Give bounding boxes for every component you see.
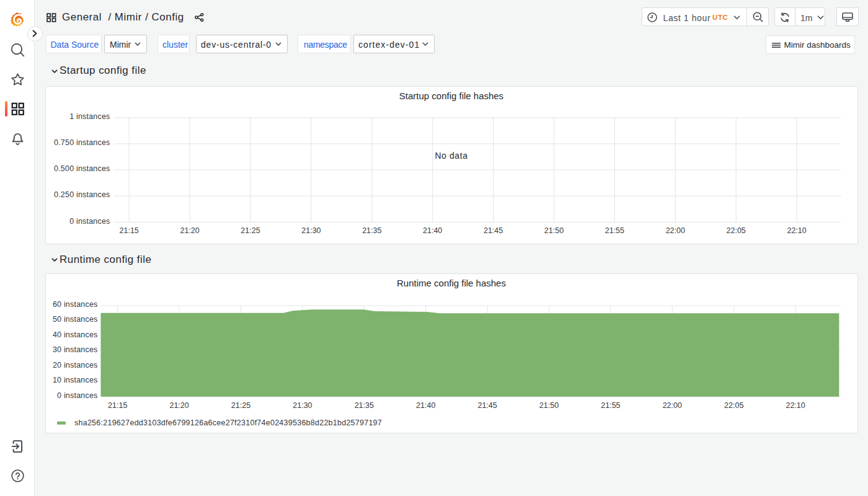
svg-text:Runtime config file hashes: Runtime config file hashes bbox=[397, 278, 506, 288]
svg-text:21:50: 21:50 bbox=[544, 226, 564, 235]
svg-text:30 instances: 30 instances bbox=[53, 345, 98, 354]
svg-text:No data: No data bbox=[435, 151, 467, 161]
svg-text:21:50: 21:50 bbox=[539, 401, 559, 410]
svg-text:22:10: 22:10 bbox=[786, 401, 805, 410]
svg-text:21:35: 21:35 bbox=[355, 401, 374, 410]
svg-text:21:30: 21:30 bbox=[293, 401, 312, 410]
svg-text:40 instances: 40 instances bbox=[53, 330, 98, 339]
svg-text:21:25: 21:25 bbox=[241, 226, 260, 235]
svg-text:21:45: 21:45 bbox=[484, 226, 503, 235]
svg-text:sha256:219627edd3103dfe6799126: sha256:219627edd3103dfe6799126a6cee27f23… bbox=[74, 418, 382, 427]
svg-text:21:35: 21:35 bbox=[362, 226, 381, 235]
svg-text:21:30: 21:30 bbox=[301, 226, 321, 235]
svg-text:21:40: 21:40 bbox=[423, 226, 442, 235]
svg-text:0.750 instances: 0.750 instances bbox=[54, 138, 110, 147]
svg-text:0.250 instances: 0.250 instances bbox=[54, 190, 110, 199]
svg-text:1 instances: 1 instances bbox=[69, 112, 110, 121]
svg-text:21:15: 21:15 bbox=[108, 401, 127, 410]
svg-text:21:55: 21:55 bbox=[601, 401, 620, 410]
svg-text:22:10: 22:10 bbox=[787, 226, 806, 235]
svg-text:22:05: 22:05 bbox=[727, 226, 746, 235]
svg-text:Startup config file hashes: Startup config file hashes bbox=[399, 91, 503, 101]
svg-text:21:55: 21:55 bbox=[605, 226, 624, 235]
svg-text:21:20: 21:20 bbox=[180, 226, 199, 235]
svg-text:22:00: 22:00 bbox=[666, 226, 685, 235]
svg-text:60 instances: 60 instances bbox=[53, 300, 98, 309]
svg-text:21:25: 21:25 bbox=[231, 401, 250, 410]
svg-text:0.500 instances: 0.500 instances bbox=[54, 164, 110, 173]
svg-text:0 instances: 0 instances bbox=[69, 216, 110, 225]
svg-text:20 instances: 20 instances bbox=[53, 361, 98, 370]
svg-text:50 instances: 50 instances bbox=[53, 315, 98, 324]
svg-text:21:40: 21:40 bbox=[416, 401, 435, 410]
svg-text:21:15: 21:15 bbox=[120, 226, 139, 235]
svg-text:21:20: 21:20 bbox=[169, 401, 188, 410]
svg-text:22:00: 22:00 bbox=[663, 401, 682, 410]
svg-text:21:45: 21:45 bbox=[477, 401, 497, 410]
svg-text:22:05: 22:05 bbox=[724, 401, 743, 410]
svg-text:10 instances: 10 instances bbox=[53, 376, 98, 384]
svg-text:0 instances: 0 instances bbox=[57, 391, 97, 400]
